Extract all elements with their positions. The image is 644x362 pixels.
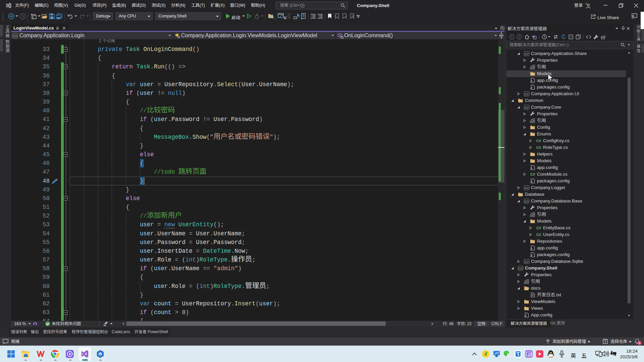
svg-text:C#: C# — [536, 233, 541, 237]
svg-text:C#: C# — [536, 226, 541, 230]
svg-text:C#: C# — [536, 145, 541, 149]
svg-text:C#: C# — [525, 186, 529, 189]
svg-text:C#: C# — [530, 172, 535, 176]
svg-text:C#: C# — [525, 52, 529, 55]
svg-text:C#: C# — [525, 106, 529, 109]
svg-text:C#: C# — [13, 34, 17, 38]
svg-text:C#: C# — [525, 92, 529, 96]
svg-text:C#: C# — [525, 260, 529, 263]
svg-text:C#: C# — [519, 266, 523, 270]
svg-text:C#: C# — [525, 199, 529, 203]
svg-text:C#: C# — [536, 139, 541, 143]
